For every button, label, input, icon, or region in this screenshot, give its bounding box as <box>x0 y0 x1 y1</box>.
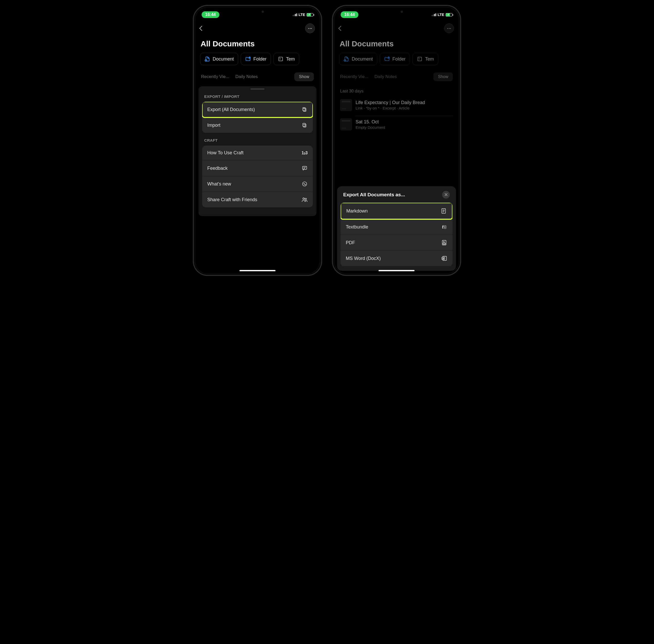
volume-up <box>193 63 194 77</box>
section-export-import: EXPORT / IMPORT <box>198 94 317 102</box>
chip-label: Tem <box>286 56 295 62</box>
sheet-handle[interactable] <box>251 88 264 90</box>
tab-recently-viewed[interactable]: Recently Vie... <box>201 74 229 79</box>
tab-daily-notes[interactable]: Daily Notes <box>374 74 397 79</box>
action-chips: Document Folder Tem <box>195 53 320 65</box>
tab-recently-viewed[interactable]: Recently Vie... <box>340 74 368 79</box>
template-icon <box>278 56 283 62</box>
row-label: Export (All Documents) <box>207 107 255 112</box>
row-label: How To Use Craft <box>207 150 243 156</box>
document-row[interactable]: Sat 15. Oct Empty Document <box>334 116 459 133</box>
close-icon: ✕ <box>444 192 448 197</box>
network-label: LTE <box>299 13 305 17</box>
template-chip[interactable]: Tem <box>274 53 299 65</box>
battery-icon: ⚡︎ <box>307 13 313 17</box>
show-button[interactable]: Show <box>433 72 453 81</box>
mute-switch <box>332 47 333 55</box>
import-icon <box>302 122 308 128</box>
new-document-chip[interactable]: Document <box>200 53 238 65</box>
tab-daily-notes[interactable]: Daily Notes <box>235 74 258 79</box>
row-label: Textbundle <box>346 224 368 230</box>
mute-switch <box>193 47 194 55</box>
phone-left: 16:44 LTE ⚡︎ All Documents Document Fold… <box>193 5 322 276</box>
network-label: LTE <box>438 13 444 17</box>
section-craft: CRAFT <box>198 138 317 145</box>
feedback-row[interactable]: Feedback <box>202 160 313 176</box>
signal-icon <box>293 14 297 16</box>
section-last-30-days: Last 30 days <box>334 81 459 97</box>
more-button[interactable] <box>305 23 315 33</box>
filter-tabs: Recently Vie... Daily Notes Show <box>334 65 459 81</box>
markdown-icon <box>441 208 447 214</box>
export-textbundle-row[interactable]: Textbundle t≡ <box>341 219 452 235</box>
power-button <box>460 68 461 91</box>
chip-label: Folder <box>392 56 405 62</box>
export-all-documents-row[interactable]: Export (All Documents) <box>202 102 313 117</box>
more-button[interactable] <box>444 23 454 33</box>
chip-label: Document <box>352 56 373 62</box>
notch <box>238 7 277 16</box>
how-to-use-row[interactable]: How To Use Craft 1₂3 <box>202 145 313 160</box>
new-document-chip[interactable]: Document <box>339 53 377 65</box>
status-time: 16:44 <box>202 12 219 18</box>
template-icon <box>417 56 422 62</box>
template-chip[interactable]: Tem <box>413 53 438 65</box>
export-pdf-row[interactable]: PDF <box>341 235 452 251</box>
new-folder-chip[interactable]: Folder <box>241 53 271 65</box>
textbundle-icon: t≡ <box>441 224 447 230</box>
new-folder-chip[interactable]: Folder <box>380 53 410 65</box>
ellipsis-icon <box>308 28 312 29</box>
show-button[interactable]: Show <box>294 72 314 81</box>
document-title: Sat 15. Oct <box>356 119 453 125</box>
home-indicator[interactable] <box>239 270 276 271</box>
close-button[interactable]: ✕ <box>442 191 450 199</box>
phone-right: 16:44 LTE ⚡︎ All Documents Document <box>332 5 461 276</box>
row-label: PDF <box>346 240 355 246</box>
sheet-title: Export All Documents as... <box>343 192 405 198</box>
row-label: MS Word (DocX) <box>346 256 381 261</box>
row-label: What's new <box>207 181 231 187</box>
page-title: All Documents <box>334 36 459 53</box>
export-format-sheet: Export All Documents as... ✕ Markdown Te <box>337 186 456 271</box>
document-row[interactable]: Life Expectancy | Our Daily Bread Link ·… <box>334 97 459 114</box>
document-thumbnail <box>340 118 352 130</box>
svg-point-10 <box>305 198 307 200</box>
svg-rect-7 <box>303 166 307 169</box>
document-plus-icon <box>344 56 349 62</box>
chip-label: Tem <box>425 56 434 62</box>
chevron-left-icon <box>338 26 344 31</box>
status-time: 16:44 <box>341 12 358 18</box>
export-markdown-row[interactable]: Markdown <box>341 203 452 219</box>
whats-new-row[interactable]: What's new <box>202 176 313 192</box>
chip-label: Folder <box>253 56 266 62</box>
people-icon <box>302 197 308 203</box>
pdf-icon <box>441 239 447 246</box>
back-button[interactable] <box>339 26 343 30</box>
folder-plus-icon <box>384 56 390 62</box>
export-icon <box>302 107 308 113</box>
share-craft-row[interactable]: Share Craft with Friends <box>202 192 313 207</box>
volume-up <box>332 63 333 77</box>
document-title: Life Expectancy | Our Daily Bread <box>356 100 453 105</box>
folder-plus-icon <box>245 56 251 62</box>
document-subtitle: Empty Document <box>356 125 453 130</box>
volume-down <box>193 82 194 97</box>
signal-icon <box>432 14 436 16</box>
page-title: All Documents <box>195 36 320 53</box>
numbers-icon: 1₂3 <box>302 151 308 155</box>
status-indicators: LTE ⚡︎ <box>293 13 313 17</box>
power-button <box>321 68 322 91</box>
chevron-left-icon <box>199 26 205 31</box>
word-icon <box>441 255 447 261</box>
document-thumbnail <box>340 99 352 111</box>
export-docx-row[interactable]: MS Word (DocX) <box>341 251 452 266</box>
import-row[interactable]: Import <box>202 117 313 133</box>
activity-icon <box>302 181 308 187</box>
home-indicator[interactable] <box>378 270 415 271</box>
back-button[interactable] <box>200 26 204 30</box>
status-indicators: LTE ⚡︎ <box>432 13 452 17</box>
options-sheet: EXPORT / IMPORT Export (All Documents) I… <box>198 86 317 216</box>
row-label: Import <box>207 123 220 128</box>
document-plus-icon <box>205 56 210 62</box>
chat-icon <box>302 165 308 171</box>
